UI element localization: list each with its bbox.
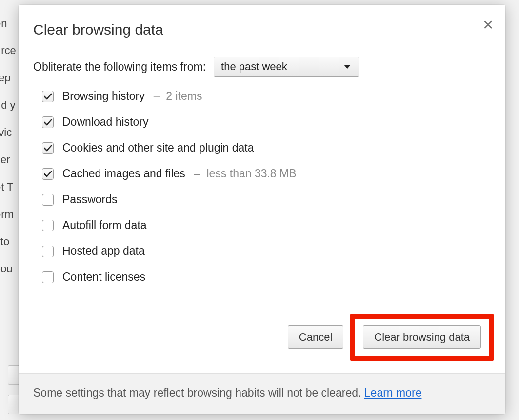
checkbox-passwords[interactable] [42,194,54,206]
checkbox-label[interactable]: Download history [62,115,148,129]
dialog-title: Clear browsing data [33,21,491,38]
checkbox-label[interactable]: Content licenses [62,270,145,284]
checkbox-label[interactable]: Hosted app data [62,245,145,258]
dialog-button-row: Cancel Clear browsing data [19,314,505,373]
checkbox-autofill[interactable] [42,220,54,231]
checkbox-detail: – less than 33.8 MB [194,167,297,180]
clear-browsing-data-dialog: Clear browsing data ✕ Obliterate the fol… [19,5,505,414]
checkbox-content-licenses[interactable] [42,271,54,283]
background-page-text: on urce rep nd y rvic ser ot T orm l to … [0,0,16,283]
item-download-history: Download history [42,115,491,129]
time-range-select[interactable]: the past week [214,57,359,77]
item-passwords: Passwords [42,193,491,206]
checkbox-label[interactable]: Autofill form data [62,219,147,232]
footer-text: Some settings that may reflect browsing … [33,386,364,399]
checkbox-cached-images[interactable] [42,168,54,180]
time-range-label: Obliterate the following items from: [33,60,206,74]
dialog-header: Clear browsing data ✕ [19,5,505,43]
highlight-annotation: Clear browsing data [350,314,494,361]
item-autofill: Autofill form data [42,219,491,232]
dialog-footer: Some settings that may reflect browsing … [19,373,505,414]
dialog-body: Obliterate the following items from: the… [19,43,505,314]
checkbox-download-history[interactable] [42,116,54,128]
checkbox-cookies[interactable] [42,142,54,154]
item-cookies: Cookies and other site and plugin data [42,141,491,154]
close-icon[interactable]: ✕ [482,19,494,32]
checkbox-label[interactable]: Passwords [62,193,117,206]
checkbox-hosted-app-data[interactable] [42,246,54,257]
checkbox-label[interactable]: Browsing history [62,90,145,103]
learn-more-link[interactable]: Learn more [364,386,422,399]
checkbox-list: Browsing history – 2 items Download hist… [33,90,491,284]
item-content-licenses: Content licenses [42,270,491,284]
clear-browsing-data-button[interactable]: Clear browsing data [363,325,481,349]
checkbox-browsing-history[interactable] [42,91,54,102]
item-hosted-app-data: Hosted app data [42,245,491,258]
time-range-value: the past week [221,60,287,73]
checkbox-detail: – 2 items [154,90,202,103]
item-browsing-history: Browsing history – 2 items [42,90,491,103]
checkbox-label[interactable]: Cookies and other site and plugin data [62,141,254,154]
item-cached-images: Cached images and files – less than 33.8… [42,167,491,180]
cancel-button[interactable]: Cancel [288,325,343,349]
time-range-row: Obliterate the following items from: the… [33,57,491,77]
checkbox-label[interactable]: Cached images and files [62,167,185,180]
chevron-down-icon [344,65,351,69]
